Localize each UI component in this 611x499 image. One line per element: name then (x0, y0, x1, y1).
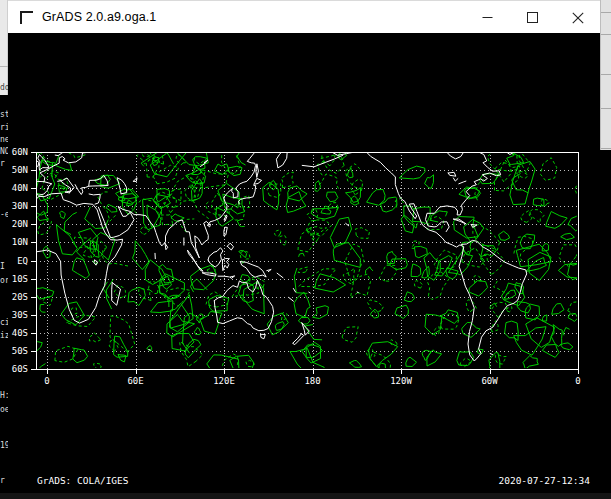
lat-label: 10S (12, 274, 28, 284)
terminal-text-fragment: ri (0, 123, 8, 132)
background-window-right[interactable] (600, 0, 611, 499)
lon-label: 120E (213, 376, 235, 386)
terminal-text-fragment: r (0, 159, 8, 168)
screen-bottom-edge (0, 493, 611, 499)
window-title: GrADS 2.0.a9.oga.1 (42, 10, 156, 24)
minimize-button[interactable] (465, 1, 510, 34)
lat-label: 50S (12, 346, 28, 356)
lat-label: 30S (12, 310, 28, 320)
close-button[interactable] (555, 1, 600, 34)
grads-stamp: GrADS: COLA/IGES (37, 475, 129, 486)
lon-label: 120W (390, 376, 412, 386)
lat-label: 40S (12, 328, 28, 338)
terminal-text-fragment: or (0, 276, 8, 285)
minimize-icon (482, 12, 493, 23)
background-window-edge[interactable]: do. (0, 0, 8, 95)
background-window-text-fragment: do. (0, 83, 8, 92)
lat-label: 50N (12, 165, 28, 175)
lon-label: 180 (304, 376, 320, 386)
terminal-text-fragment: 19 (0, 441, 8, 450)
window-controls (465, 1, 600, 34)
desktop-screen: do. strineNOr-eIorciizH:oe19r GrADS 2.0.… (0, 0, 611, 499)
terminal-text-fragment: H: (0, 391, 8, 400)
lat-label: 20N (12, 219, 28, 229)
terminal-text-fragment: oe (0, 405, 8, 414)
maximize-button[interactable] (510, 1, 555, 34)
grads-app-icon (20, 11, 33, 24)
terminal-text-fragment: ci (0, 318, 8, 327)
terminal-text-fragment: -e (0, 210, 8, 219)
terminal-text-fragment: st (0, 110, 8, 119)
lon-label: 0 (575, 376, 580, 386)
terminal-text-fragment: r (0, 476, 8, 485)
lat-label: EQ (17, 256, 28, 266)
timestamp-stamp: 2020-07-27-12:34 (498, 475, 590, 486)
lon-label: 60E (127, 376, 143, 386)
terminal-text-fragment: iz (0, 331, 8, 340)
lat-label: 40N (12, 183, 28, 193)
terminal-text-fragment: NO (0, 147, 8, 156)
maximize-icon (527, 12, 538, 23)
lat-label: 30N (12, 201, 28, 211)
lat-label: 20S (12, 292, 28, 302)
close-icon (572, 12, 584, 24)
terminal-text-fragment: ne (0, 135, 8, 144)
background-window-divider (601, 74, 611, 75)
map-frame (31, 153, 579, 375)
terminal-text-fragment: I (0, 262, 8, 271)
lat-label: 10N (12, 237, 28, 247)
lon-label: 0 (44, 376, 49, 386)
lat-label: 60S (12, 364, 28, 374)
map-canvas-svg[interactable]: 60N50N40N30N20N10NEQ10S20S30S40S50S60S06… (8, 33, 600, 493)
title-bar[interactable]: GrADS 2.0.a9.oga.1 (8, 0, 600, 33)
background-window-rows[interactable] (600, 0, 611, 150)
background-window-divider (601, 148, 611, 149)
lon-label: 60W (481, 376, 498, 386)
grads-window: GrADS 2.0.a9.oga.1 (8, 0, 600, 493)
background-window-divider (601, 34, 611, 35)
grads-drawing-canvas[interactable]: 60N50N40N30N20N10NEQ10S20S30S40S50S60S06… (8, 33, 600, 493)
background-window-divider (0, 66, 8, 67)
background-window-divider (601, 108, 611, 109)
lat-label: 60N (12, 147, 28, 157)
background-window-divider (601, 12, 611, 13)
background-terminal-window[interactable]: do. strineNOr-eIorciizH:oe19r (0, 0, 8, 499)
